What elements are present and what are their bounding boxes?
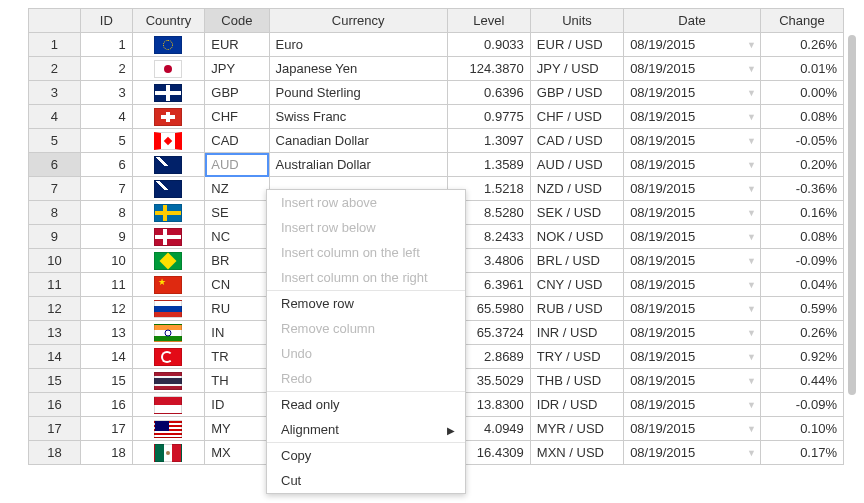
- table-row[interactable]: 11EUREuro0.9033EUR / USD08/19/2015▼0.26%: [29, 33, 844, 57]
- cell-id[interactable]: 8: [80, 201, 132, 225]
- cell-date[interactable]: 08/19/2015▼: [624, 129, 761, 153]
- cell-change[interactable]: 0.26%: [761, 321, 844, 345]
- dropdown-icon[interactable]: ▼: [747, 184, 756, 194]
- cell-currency[interactable]: Swiss Franc: [269, 105, 447, 129]
- cell-code[interactable]: NC: [205, 225, 269, 249]
- cell-units[interactable]: SEK / USD: [530, 201, 623, 225]
- cell-units[interactable]: IDR / USD: [530, 393, 623, 417]
- context-menu-item[interactable]: Copy: [267, 443, 465, 468]
- dropdown-icon[interactable]: ▼: [747, 400, 756, 410]
- row-header[interactable]: 5: [29, 129, 81, 153]
- cell-change[interactable]: 0.26%: [761, 33, 844, 57]
- header-units[interactable]: Units: [530, 9, 623, 33]
- dropdown-icon[interactable]: ▼: [747, 136, 756, 146]
- cell-country[interactable]: [132, 297, 205, 321]
- cell-date[interactable]: 08/19/2015▼: [624, 369, 761, 393]
- vertical-scrollbar[interactable]: [848, 35, 856, 465]
- header-id[interactable]: ID: [80, 9, 132, 33]
- cell-units[interactable]: NZD / USD: [530, 177, 623, 201]
- cell-change[interactable]: 0.17%: [761, 441, 844, 465]
- header-change[interactable]: Change: [761, 9, 844, 33]
- cell-id[interactable]: 7: [80, 177, 132, 201]
- cell-code[interactable]: GBP: [205, 81, 269, 105]
- cell-currency[interactable]: Pound Sterling: [269, 81, 447, 105]
- cell-id[interactable]: 1: [80, 33, 132, 57]
- cell-code[interactable]: AUD: [205, 153, 269, 177]
- cell-change[interactable]: -0.36%: [761, 177, 844, 201]
- cell-country[interactable]: [132, 201, 205, 225]
- cell-id[interactable]: 4: [80, 105, 132, 129]
- cell-date[interactable]: 08/19/2015▼: [624, 33, 761, 57]
- cell-code[interactable]: MX: [205, 441, 269, 465]
- cell-code[interactable]: TR: [205, 345, 269, 369]
- cell-id[interactable]: 5: [80, 129, 132, 153]
- cell-currency[interactable]: Euro: [269, 33, 447, 57]
- cell-change[interactable]: 0.59%: [761, 297, 844, 321]
- dropdown-icon[interactable]: ▼: [747, 112, 756, 122]
- dropdown-icon[interactable]: ▼: [747, 352, 756, 362]
- cell-date[interactable]: 08/19/2015▼: [624, 273, 761, 297]
- cell-units[interactable]: CNY / USD: [530, 273, 623, 297]
- cell-change[interactable]: -0.09%: [761, 393, 844, 417]
- row-header[interactable]: 10: [29, 249, 81, 273]
- cell-date[interactable]: 08/19/2015▼: [624, 153, 761, 177]
- row-header[interactable]: 6: [29, 153, 81, 177]
- cell-code[interactable]: CAD: [205, 129, 269, 153]
- cell-code[interactable]: BR: [205, 249, 269, 273]
- dropdown-icon[interactable]: ▼: [747, 40, 756, 50]
- cell-code[interactable]: TH: [205, 369, 269, 393]
- dropdown-icon[interactable]: ▼: [747, 376, 756, 386]
- row-header[interactable]: 2: [29, 57, 81, 81]
- cell-country[interactable]: [132, 249, 205, 273]
- cell-units[interactable]: RUB / USD: [530, 297, 623, 321]
- context-menu-item[interactable]: Alignment▶: [267, 417, 465, 442]
- context-menu-item[interactable]: Read only: [267, 392, 465, 417]
- cell-country[interactable]: [132, 369, 205, 393]
- cell-units[interactable]: MYR / USD: [530, 417, 623, 441]
- cell-change[interactable]: 0.92%: [761, 345, 844, 369]
- row-header[interactable]: 3: [29, 81, 81, 105]
- cell-id[interactable]: 9: [80, 225, 132, 249]
- cell-code[interactable]: RU: [205, 297, 269, 321]
- cell-units[interactable]: CAD / USD: [530, 129, 623, 153]
- cell-country[interactable]: [132, 177, 205, 201]
- cell-units[interactable]: CHF / USD: [530, 105, 623, 129]
- cell-currency[interactable]: Australian Dollar: [269, 153, 447, 177]
- cell-code[interactable]: ID: [205, 393, 269, 417]
- cell-change[interactable]: -0.09%: [761, 249, 844, 273]
- row-header[interactable]: 14: [29, 345, 81, 369]
- cell-id[interactable]: 11: [80, 273, 132, 297]
- dropdown-icon[interactable]: ▼: [747, 256, 756, 266]
- cell-change[interactable]: 0.01%: [761, 57, 844, 81]
- cell-date[interactable]: 08/19/2015▼: [624, 225, 761, 249]
- cell-code[interactable]: JPY: [205, 57, 269, 81]
- cell-date[interactable]: 08/19/2015▼: [624, 81, 761, 105]
- cell-level[interactable]: 124.3870: [447, 57, 530, 81]
- cell-code[interactable]: CHF: [205, 105, 269, 129]
- row-header[interactable]: 17: [29, 417, 81, 441]
- cell-change[interactable]: 0.08%: [761, 105, 844, 129]
- scrollbar-thumb[interactable]: [848, 35, 856, 395]
- cell-id[interactable]: 13: [80, 321, 132, 345]
- cell-id[interactable]: 12: [80, 297, 132, 321]
- dropdown-icon[interactable]: ▼: [747, 448, 756, 458]
- cell-currency[interactable]: Japanese Yen: [269, 57, 447, 81]
- header-level[interactable]: Level: [447, 9, 530, 33]
- cell-change[interactable]: 0.16%: [761, 201, 844, 225]
- dropdown-icon[interactable]: ▼: [747, 88, 756, 98]
- dropdown-icon[interactable]: ▼: [747, 280, 756, 290]
- cell-country[interactable]: [132, 417, 205, 441]
- row-header[interactable]: 12: [29, 297, 81, 321]
- cell-date[interactable]: 08/19/2015▼: [624, 57, 761, 81]
- row-header[interactable]: 15: [29, 369, 81, 393]
- cell-country[interactable]: [132, 33, 205, 57]
- dropdown-icon[interactable]: ▼: [747, 208, 756, 218]
- row-header[interactable]: 16: [29, 393, 81, 417]
- header-currency[interactable]: Currency: [269, 9, 447, 33]
- cell-country[interactable]: [132, 273, 205, 297]
- header-country[interactable]: Country: [132, 9, 205, 33]
- cell-id[interactable]: 15: [80, 369, 132, 393]
- row-header[interactable]: 11: [29, 273, 81, 297]
- cell-currency[interactable]: Canadian Dollar: [269, 129, 447, 153]
- cell-country[interactable]: [132, 105, 205, 129]
